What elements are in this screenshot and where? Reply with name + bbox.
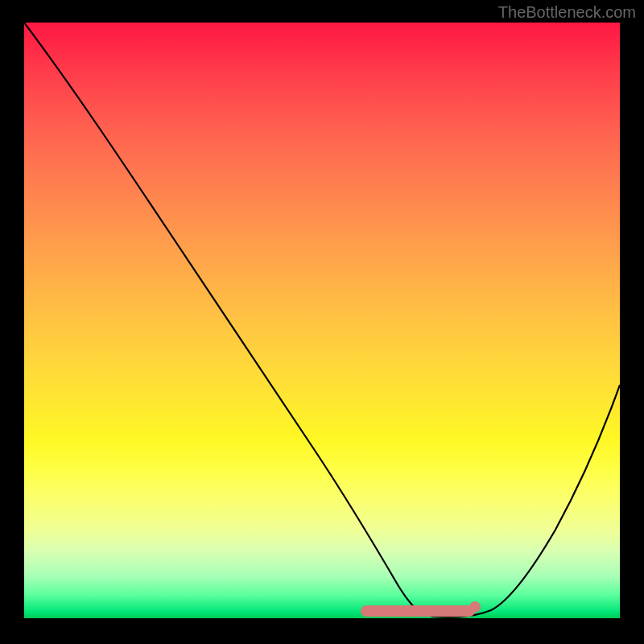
curve-svg <box>24 23 620 618</box>
plot-area <box>24 23 620 618</box>
watermark-text: TheBottleneck.com <box>498 3 636 22</box>
optimal-range-band <box>361 605 475 617</box>
bottleneck-curve-path <box>24 23 620 617</box>
optimal-range-end-dot <box>469 601 481 613</box>
